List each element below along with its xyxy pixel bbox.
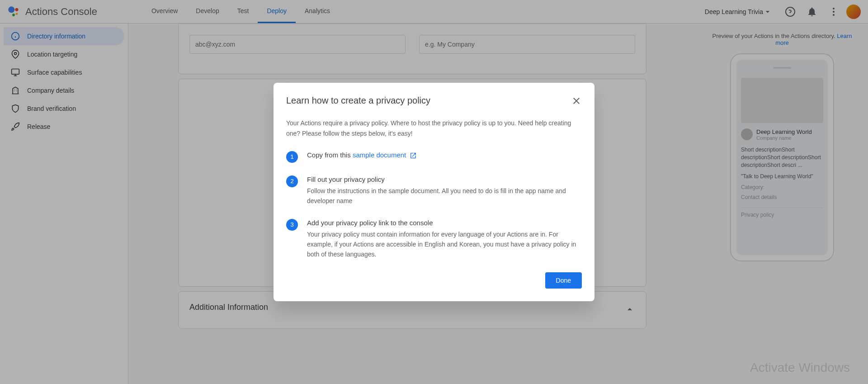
step-3: 3 Add your privacy policy link to the co… [286, 219, 582, 260]
step-description: Follow the instructions in the sample do… [307, 186, 582, 206]
step-title: Add your privacy policy link to the cons… [307, 219, 582, 227]
step-2: 2 Fill out your privacy policy Follow th… [286, 175, 582, 206]
step-description: Your privacy policy must contain informa… [307, 229, 582, 260]
step-number: 2 [286, 175, 298, 187]
external-link-icon [410, 152, 417, 159]
modal-intro: Your Actions require a privacy policy. W… [286, 118, 582, 138]
modal-title: Learn how to create a privacy policy [286, 95, 430, 106]
sample-document-link[interactable]: sample document [353, 151, 406, 159]
step-number: 3 [286, 219, 298, 231]
done-button[interactable]: Done [545, 272, 582, 289]
privacy-policy-modal: Learn how to create a privacy policy You… [274, 83, 594, 301]
modal-overlay: Learn how to create a privacy policy You… [0, 0, 868, 384]
close-icon[interactable] [571, 95, 582, 109]
step-title: Fill out your privacy policy [307, 175, 582, 183]
step-title: Copy from this sample document [307, 151, 582, 159]
step-1: 1 Copy from this sample document [286, 151, 582, 163]
step-number: 1 [286, 151, 298, 163]
